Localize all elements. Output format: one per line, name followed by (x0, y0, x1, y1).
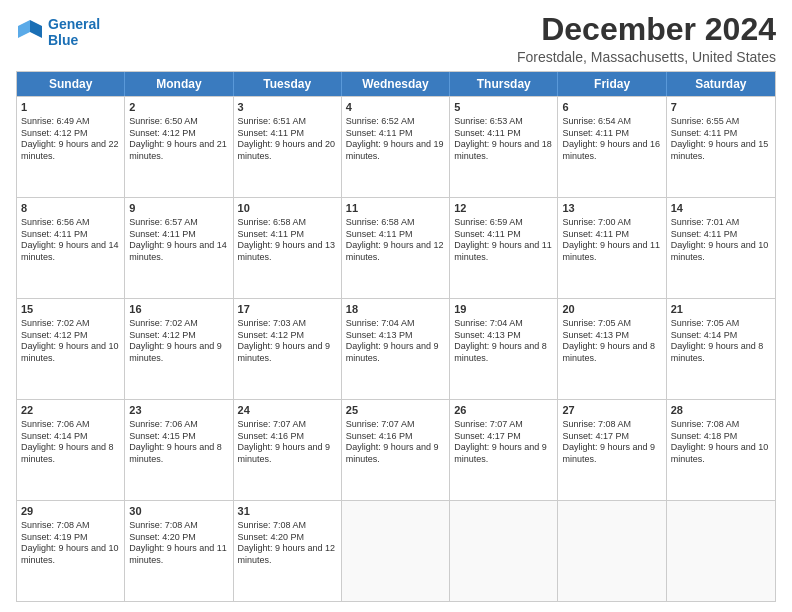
day-number: 18 (346, 302, 445, 317)
day-cell-9: 9Sunrise: 6:57 AMSunset: 4:11 PMDaylight… (125, 198, 233, 298)
sunset: Sunset: 4:12 PM (129, 330, 196, 340)
daylight: Daylight: 9 hours and 9 minutes. (238, 442, 331, 464)
day-number: 3 (238, 100, 337, 115)
daylight: Daylight: 9 hours and 11 minutes. (562, 240, 660, 262)
day-info: Sunrise: 7:07 AMSunset: 4:17 PMDaylight:… (454, 419, 553, 466)
week-row-5: 29Sunrise: 7:08 AMSunset: 4:19 PMDayligh… (17, 500, 775, 601)
sunrise: Sunrise: 6:50 AM (129, 116, 198, 126)
day-number: 9 (129, 201, 228, 216)
calendar-body: 1Sunrise: 6:49 AMSunset: 4:12 PMDaylight… (17, 96, 775, 601)
daylight: Daylight: 9 hours and 22 minutes. (21, 139, 119, 161)
day-number: 4 (346, 100, 445, 115)
day-info: Sunrise: 6:51 AMSunset: 4:11 PMDaylight:… (238, 116, 337, 163)
day-cell-12: 12Sunrise: 6:59 AMSunset: 4:11 PMDayligh… (450, 198, 558, 298)
day-cell-10: 10Sunrise: 6:58 AMSunset: 4:11 PMDayligh… (234, 198, 342, 298)
sunrise: Sunrise: 6:59 AM (454, 217, 523, 227)
sunrise: Sunrise: 6:54 AM (562, 116, 631, 126)
day-cell-23: 23Sunrise: 7:06 AMSunset: 4:15 PMDayligh… (125, 400, 233, 500)
day-info: Sunrise: 6:57 AMSunset: 4:11 PMDaylight:… (129, 217, 228, 264)
sunrise: Sunrise: 6:57 AM (129, 217, 198, 227)
day-number: 12 (454, 201, 553, 216)
sunset: Sunset: 4:12 PM (238, 330, 305, 340)
day-number: 25 (346, 403, 445, 418)
day-cell-26: 26Sunrise: 7:07 AMSunset: 4:17 PMDayligh… (450, 400, 558, 500)
sunset: Sunset: 4:14 PM (671, 330, 738, 340)
sunset: Sunset: 4:16 PM (238, 431, 305, 441)
day-number: 2 (129, 100, 228, 115)
sunrise: Sunrise: 6:56 AM (21, 217, 90, 227)
empty-cell (342, 501, 450, 601)
day-number: 27 (562, 403, 661, 418)
day-number: 13 (562, 201, 661, 216)
sunset: Sunset: 4:11 PM (454, 229, 521, 239)
sunrise: Sunrise: 7:04 AM (346, 318, 415, 328)
day-cell-22: 22Sunrise: 7:06 AMSunset: 4:14 PMDayligh… (17, 400, 125, 500)
empty-cell (450, 501, 558, 601)
daylight: Daylight: 9 hours and 13 minutes. (238, 240, 336, 262)
sunrise: Sunrise: 7:07 AM (454, 419, 523, 429)
sunrise: Sunrise: 7:04 AM (454, 318, 523, 328)
sunrise: Sunrise: 7:06 AM (129, 419, 198, 429)
day-info: Sunrise: 7:03 AMSunset: 4:12 PMDaylight:… (238, 318, 337, 365)
daylight: Daylight: 9 hours and 16 minutes. (562, 139, 660, 161)
day-info: Sunrise: 7:08 AMSunset: 4:20 PMDaylight:… (238, 520, 337, 567)
day-info: Sunrise: 6:54 AMSunset: 4:11 PMDaylight:… (562, 116, 661, 163)
day-number: 5 (454, 100, 553, 115)
sunset: Sunset: 4:17 PM (454, 431, 521, 441)
day-info: Sunrise: 7:08 AMSunset: 4:19 PMDaylight:… (21, 520, 120, 567)
sunrise: Sunrise: 7:01 AM (671, 217, 740, 227)
day-number: 10 (238, 201, 337, 216)
daylight: Daylight: 9 hours and 15 minutes. (671, 139, 769, 161)
daylight: Daylight: 9 hours and 21 minutes. (129, 139, 227, 161)
day-number: 24 (238, 403, 337, 418)
day-cell-30: 30Sunrise: 7:08 AMSunset: 4:20 PMDayligh… (125, 501, 233, 601)
sunset: Sunset: 4:15 PM (129, 431, 196, 441)
sunset: Sunset: 4:14 PM (21, 431, 88, 441)
day-number: 11 (346, 201, 445, 216)
day-info: Sunrise: 7:04 AMSunset: 4:13 PMDaylight:… (454, 318, 553, 365)
month-title: December 2024 (517, 12, 776, 47)
sunset: Sunset: 4:20 PM (129, 532, 196, 542)
day-number: 1 (21, 100, 120, 115)
day-cell-7: 7Sunrise: 6:55 AMSunset: 4:11 PMDaylight… (667, 97, 775, 197)
day-number: 30 (129, 504, 228, 519)
sunrise: Sunrise: 7:08 AM (21, 520, 90, 530)
day-info: Sunrise: 6:49 AMSunset: 4:12 PMDaylight:… (21, 116, 120, 163)
sunrise: Sunrise: 7:02 AM (21, 318, 90, 328)
sunset: Sunset: 4:11 PM (129, 229, 196, 239)
sunset: Sunset: 4:16 PM (346, 431, 413, 441)
day-cell-28: 28Sunrise: 7:08 AMSunset: 4:18 PMDayligh… (667, 400, 775, 500)
sunset: Sunset: 4:19 PM (21, 532, 88, 542)
daylight: Daylight: 9 hours and 10 minutes. (671, 442, 769, 464)
day-cell-19: 19Sunrise: 7:04 AMSunset: 4:13 PMDayligh… (450, 299, 558, 399)
day-cell-1: 1Sunrise: 6:49 AMSunset: 4:12 PMDaylight… (17, 97, 125, 197)
week-row-2: 8Sunrise: 6:56 AMSunset: 4:11 PMDaylight… (17, 197, 775, 298)
sunrise: Sunrise: 7:08 AM (671, 419, 740, 429)
day-number: 22 (21, 403, 120, 418)
day-info: Sunrise: 7:04 AMSunset: 4:13 PMDaylight:… (346, 318, 445, 365)
header-day-saturday: Saturday (667, 72, 775, 96)
day-info: Sunrise: 7:06 AMSunset: 4:14 PMDaylight:… (21, 419, 120, 466)
day-info: Sunrise: 6:58 AMSunset: 4:11 PMDaylight:… (346, 217, 445, 264)
sunrise: Sunrise: 7:07 AM (238, 419, 307, 429)
day-cell-18: 18Sunrise: 7:04 AMSunset: 4:13 PMDayligh… (342, 299, 450, 399)
day-number: 6 (562, 100, 661, 115)
day-cell-2: 2Sunrise: 6:50 AMSunset: 4:12 PMDaylight… (125, 97, 233, 197)
sunset: Sunset: 4:11 PM (562, 128, 629, 138)
day-cell-20: 20Sunrise: 7:05 AMSunset: 4:13 PMDayligh… (558, 299, 666, 399)
week-row-4: 22Sunrise: 7:06 AMSunset: 4:14 PMDayligh… (17, 399, 775, 500)
logo-icon (16, 18, 44, 46)
day-number: 15 (21, 302, 120, 317)
day-info: Sunrise: 7:07 AMSunset: 4:16 PMDaylight:… (238, 419, 337, 466)
header-day-monday: Monday (125, 72, 233, 96)
day-number: 17 (238, 302, 337, 317)
day-cell-11: 11Sunrise: 6:58 AMSunset: 4:11 PMDayligh… (342, 198, 450, 298)
day-info: Sunrise: 7:00 AMSunset: 4:11 PMDaylight:… (562, 217, 661, 264)
day-info: Sunrise: 7:05 AMSunset: 4:13 PMDaylight:… (562, 318, 661, 365)
logo: General Blue (16, 16, 100, 48)
day-number: 21 (671, 302, 771, 317)
day-info: Sunrise: 6:50 AMSunset: 4:12 PMDaylight:… (129, 116, 228, 163)
daylight: Daylight: 9 hours and 18 minutes. (454, 139, 552, 161)
week-row-1: 1Sunrise: 6:49 AMSunset: 4:12 PMDaylight… (17, 96, 775, 197)
day-number: 31 (238, 504, 337, 519)
